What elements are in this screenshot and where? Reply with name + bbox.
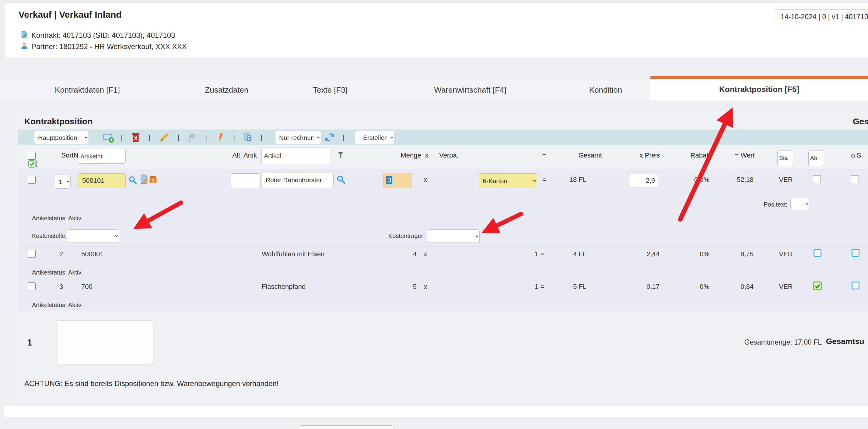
toolbar-separator: | bbox=[260, 133, 262, 142]
toolbar-separator: | bbox=[178, 133, 179, 142]
column-menge: Menge bbox=[401, 151, 421, 159]
status-filter-input[interactable] bbox=[777, 150, 793, 166]
row2-gesamt: 4 FL bbox=[545, 250, 587, 258]
package-icon[interactable] bbox=[148, 175, 158, 184]
search-icon[interactable] bbox=[336, 175, 346, 184]
search-icon[interactable] bbox=[128, 175, 137, 185]
gesamtmenge: Gesamtmenge: 17,00 FL bbox=[740, 338, 822, 346]
lower-card-strip bbox=[4, 406, 868, 418]
column-alt-artikel: Alt. Artik bbox=[213, 151, 257, 159]
row3-gesamt: -5 FL bbox=[545, 283, 587, 291]
section-heading: Kontraktposition bbox=[24, 117, 93, 126]
header-card: Verkauf | Verkauf Inland 14-10-2024 | 0 … bbox=[4, 2, 868, 58]
finish-flag-icon[interactable] bbox=[187, 133, 197, 142]
kontraktposition-panel: Kontraktposition Ges Hauptposition | | |… bbox=[14, 111, 868, 405]
position-note-textarea[interactable] bbox=[57, 320, 153, 364]
refresh-icon[interactable] bbox=[324, 132, 335, 143]
row3-artikelstatus: Artikelstatus: Aktiv bbox=[32, 302, 81, 309]
artikelnr-filter-input[interactable] bbox=[78, 149, 126, 164]
row1-artikelnr-input[interactable] bbox=[78, 173, 126, 188]
section-heading-right: Ges bbox=[853, 117, 868, 126]
row2-wert: 9,75 bbox=[725, 250, 753, 258]
artikel-filter-input[interactable] bbox=[261, 147, 330, 164]
invoice-filter-select[interactable]: Nur rechnung bbox=[275, 131, 321, 144]
position-type-select[interactable]: Hauptposition bbox=[34, 131, 89, 144]
row1-gesamt: 18 FL bbox=[545, 176, 587, 184]
row2-preis: 2,44 bbox=[630, 250, 659, 258]
pos-text-select[interactable] bbox=[790, 198, 810, 210]
create-select[interactable]: --Erstellen- bbox=[355, 131, 395, 144]
kontrakt-document-icon bbox=[21, 31, 28, 39]
row3-times-x: x bbox=[424, 283, 427, 291]
row1-verpackung-select[interactable]: 6-Karton bbox=[479, 173, 537, 188]
edit-pencil-icon[interactable] bbox=[159, 132, 169, 143]
row3-artikel: Flaschenpfand bbox=[262, 283, 306, 291]
add-position-icon[interactable] bbox=[103, 132, 115, 143]
row3-wert: -0,84 bbox=[725, 283, 753, 291]
column-x-preis: x Preis bbox=[640, 151, 660, 159]
tab-texte[interactable]: Texte [F3] bbox=[313, 85, 347, 95]
tab-kondition[interactable]: Kondition bbox=[589, 85, 622, 95]
row1-os-checkbox[interactable] bbox=[851, 175, 859, 183]
column-gesamt: Gesamt bbox=[578, 151, 602, 159]
kostenstelle-select[interactable] bbox=[67, 229, 119, 243]
column-os: o.S. bbox=[851, 151, 863, 159]
toolbar-separator: | bbox=[121, 133, 123, 142]
partner-person-icon bbox=[21, 42, 28, 50]
row2-os-checkbox[interactable] bbox=[851, 249, 860, 257]
row-checkbox[interactable] bbox=[28, 176, 36, 184]
bottom-partial-select[interactable] bbox=[299, 425, 394, 429]
row3-status-checkbox-checked[interactable] bbox=[813, 281, 822, 290]
row1-preis-input[interactable] bbox=[629, 174, 658, 188]
row1-wert: 52,18 bbox=[725, 176, 753, 184]
gesamtsumme: Gesamtsu bbox=[826, 337, 864, 346]
row3-os-checkbox[interactable] bbox=[851, 282, 860, 289]
abruf-filter-input[interactable] bbox=[808, 150, 824, 166]
kontrakt-line: Kontrakt: 4017103 (SID: 4017103), 401710… bbox=[31, 31, 175, 39]
verkauf-inland-page: Verkauf | Verkauf Inland 14-10-2024 | 0 … bbox=[0, 0, 868, 429]
row-checkbox[interactable] bbox=[28, 250, 36, 258]
column-rabatt: Rabatt bbox=[690, 151, 710, 159]
document-edit-icon[interactable] bbox=[139, 174, 149, 184]
toolbar-separator: | bbox=[149, 133, 150, 142]
kostentraeger-label: Kostenträger: bbox=[389, 232, 425, 239]
row3-pos: 3 bbox=[59, 283, 63, 291]
copy-document-icon[interactable] bbox=[243, 132, 253, 143]
toolbar-separator: | bbox=[342, 133, 344, 142]
kostentraeger-select[interactable] bbox=[427, 229, 479, 243]
row1-pos-select[interactable]: 1 bbox=[55, 175, 71, 189]
row1-alt-artikel-input[interactable] bbox=[231, 173, 260, 188]
row1-artikelstatus: Artikelstatus: Aktiv bbox=[32, 215, 81, 222]
active-tab-label: Kontraktposition [F5] bbox=[719, 85, 799, 94]
row1-artikel-input[interactable] bbox=[262, 172, 334, 188]
row2-times-x: x bbox=[424, 250, 427, 258]
column-verpa: Verpa. bbox=[439, 151, 459, 159]
version-badge: 14-10-2024 | 0 | v1 | 4017103 bbox=[774, 9, 868, 24]
filter-funnel-icon[interactable] bbox=[336, 151, 345, 159]
highlighter-icon[interactable] bbox=[215, 133, 225, 142]
warning-message: ACHTUNG: Es sind bereits Dispositionen b… bbox=[24, 379, 279, 388]
tab-zusatzdaten[interactable]: Zusatzdaten bbox=[205, 85, 248, 95]
row3-rabatt: 0% bbox=[682, 283, 709, 291]
row2-artikelnr: 500001 bbox=[81, 250, 103, 258]
row1-rabatt: 0.0% bbox=[682, 176, 709, 184]
row1-times-x: x bbox=[424, 176, 427, 184]
position-count: 1 bbox=[27, 337, 32, 348]
tab-warenwirtschaft[interactable]: Warenwirtschaft [F4] bbox=[434, 85, 506, 95]
row1-menge-input[interactable]: 3 bbox=[383, 173, 412, 188]
row-checkbox[interactable] bbox=[28, 282, 36, 290]
row2-status-checkbox[interactable] bbox=[813, 249, 822, 257]
row1-status-checkbox[interactable] bbox=[813, 175, 821, 183]
tab-kontraktdaten[interactable]: Kontraktdaten [F1] bbox=[55, 85, 120, 95]
row3-menge: -5 bbox=[398, 283, 417, 291]
row3-artikelnr: 700 bbox=[81, 283, 93, 291]
position-toolbar: Hauptposition | | | | | bbox=[18, 130, 868, 145]
toolbar-separator: | bbox=[233, 133, 235, 142]
row3-status: VER bbox=[779, 283, 793, 291]
column-eq-wert: = Wert bbox=[735, 151, 754, 159]
delete-icon[interactable] bbox=[131, 132, 140, 143]
column-x: x bbox=[425, 151, 429, 159]
tab-kontraktposition-active[interactable]: Kontraktposition [F5] bbox=[650, 76, 868, 101]
select-all-checkbox[interactable] bbox=[28, 152, 36, 160]
select-all-check-icon[interactable] bbox=[28, 159, 38, 169]
